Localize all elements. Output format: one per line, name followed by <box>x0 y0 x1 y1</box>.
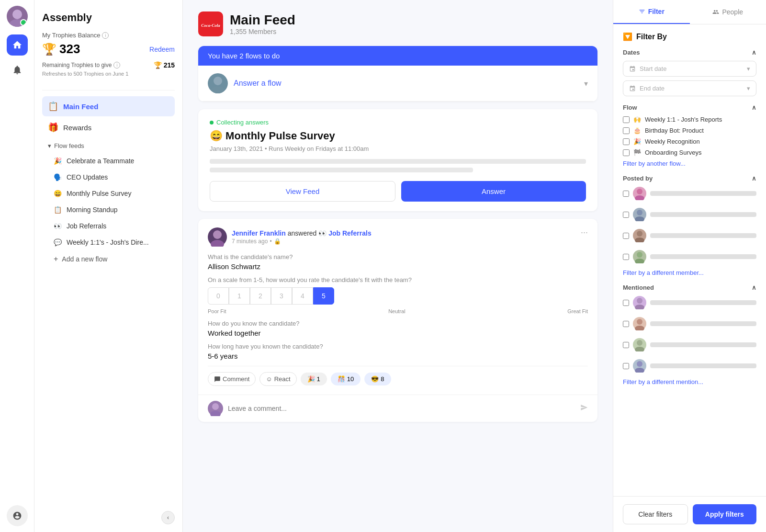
view-feed-button[interactable]: View Feed <box>210 181 395 202</box>
author-name[interactable]: Jennifer Franklin <box>232 229 286 237</box>
remaining-label-text: Remaining Trophies to give <box>42 62 112 68</box>
flow-filter-header[interactable]: Flow ∧ <box>623 104 756 111</box>
flow-option-birthday: 🎂 Birthday Bot: Product <box>623 127 756 134</box>
flow-item-ceo[interactable]: 🗣️ CEO Updates <box>42 170 175 185</box>
posted-by-label: Posted by <box>623 175 653 182</box>
mentioned-avatar-3 <box>633 338 646 351</box>
remaining-trophy-icon: 🏆 <box>154 61 162 69</box>
flow-item-referrals[interactable]: 👀 Job Referrals <box>42 218 175 234</box>
rating-3[interactable]: 3 <box>271 287 292 305</box>
rating-2[interactable]: 2 <box>250 287 271 305</box>
flow-item-celebrate[interactable]: 🎉 Celebrate a Teammate <box>42 153 175 169</box>
tab-filter[interactable]: Filter <box>613 0 690 24</box>
rating-1[interactable]: 1 <box>229 287 250 305</box>
notifications-button[interactable] <box>7 59 28 80</box>
nav-main-feed[interactable]: 📋 Main Feed <box>42 96 175 116</box>
clear-filters-button[interactable]: Clear filters <box>623 504 688 524</box>
answer-4: 5-6 years <box>208 352 588 360</box>
flow-item-pulse[interactable]: 😄 Monthly Pulse Survey <box>42 186 175 201</box>
right-tabs: Filter People <box>613 0 766 24</box>
ceo-icon: 🗣️ <box>54 173 62 181</box>
posted-by-cb-4[interactable] <box>623 254 629 260</box>
rating-4[interactable]: 4 <box>292 287 313 305</box>
reaction-celebration[interactable]: 🎉 1 <box>301 373 327 385</box>
flow-feeds-toggle[interactable]: ▾ Flow feeds <box>42 138 175 153</box>
filter-different-member-link[interactable]: Filter by a different member... <box>623 269 756 276</box>
rating-row: 0 1 2 3 4 5 <box>208 287 588 305</box>
reaction-party[interactable]: 🎊 10 <box>331 373 360 385</box>
flow-filter-group: Flow ∧ 🙌 Weekly 1:1 - Josh's Reports 🎂 B… <box>623 104 756 167</box>
tab-people[interactable]: People <box>690 0 766 24</box>
home-button[interactable] <box>7 34 28 56</box>
svg-point-0 <box>12 10 22 19</box>
svg-point-7 <box>211 240 224 247</box>
flow-item-standup[interactable]: 📋 Morning Standup <box>42 202 175 217</box>
filter-another-flow-link[interactable]: Filter by another flow... <box>623 160 756 167</box>
apply-filters-button[interactable]: Apply filters <box>693 504 757 524</box>
posted-by-cb-1[interactable] <box>623 191 629 197</box>
svg-point-24 <box>637 361 642 367</box>
post-more-button[interactable]: ··· <box>581 227 588 238</box>
posted-by-member-2 <box>623 208 756 221</box>
sidebar-collapse-button[interactable]: ‹ <box>161 511 175 524</box>
reaction-cool[interactable]: 😎 8 <box>364 373 391 385</box>
rating-label-right: Great Fit <box>567 308 588 314</box>
flow-option-onboarding-label: Onboarding Surveys <box>645 149 702 156</box>
sidebar: Assembly My Trophies Balance i 🏆 323 Red… <box>34 0 183 532</box>
send-comment-button[interactable] <box>580 404 588 413</box>
comment-input[interactable] <box>228 405 575 412</box>
rating-label-mid: Neutral <box>388 308 405 314</box>
svg-point-8 <box>212 403 219 410</box>
answer-flow-link[interactable]: Answer a flow <box>234 79 578 88</box>
flow-checkbox-weekly11[interactable] <box>623 116 630 123</box>
answer-button[interactable]: Answer <box>401 181 586 202</box>
mentioned-cb-3[interactable] <box>623 342 629 348</box>
start-date-input[interactable]: Start date ▾ <box>623 61 756 77</box>
dates-filter-group: Dates ∧ Start date ▾ End date ▾ <box>623 49 756 96</box>
comment-button[interactable]: Comment <box>208 372 256 386</box>
rating-0[interactable]: 0 <box>208 287 229 305</box>
posted-by-cb-3[interactable] <box>623 233 629 239</box>
mentioned-cb-1[interactable] <box>623 300 629 306</box>
member-name-bar-4 <box>650 254 756 259</box>
main-header: Coca-Cola Main Feed 1,355 Members <box>198 11 597 36</box>
user-avatar[interactable] <box>7 6 28 27</box>
flow-checkbox-onboarding[interactable] <box>623 149 630 156</box>
redeem-button[interactable]: Redeem <box>149 45 175 53</box>
survey-actions: View Feed Answer <box>210 181 586 202</box>
settings-button[interactable] <box>7 505 28 526</box>
answer-1: Allison Schwartz <box>208 262 588 271</box>
flow-item-weekly[interactable]: 💬 Weekly 1:1's - Josh's Dire... <box>42 235 175 250</box>
mentioned-header[interactable]: Mentioned ∧ <box>623 284 756 291</box>
end-date-input[interactable]: End date ▾ <box>623 80 756 96</box>
nav-rewards[interactable]: 🎁 Rewards <box>42 117 175 137</box>
svg-point-18 <box>637 298 642 304</box>
mentioned-avatar-4 <box>633 359 646 373</box>
flow-checkbox-birthday[interactable] <box>623 127 630 134</box>
flow-option-onboarding: 🏁 Onboarding Surveys <box>623 149 756 156</box>
survey-title: 😄 Monthly Pulse Survey <box>210 130 586 142</box>
filter-different-mention-link[interactable]: Filter by a different mention... <box>623 378 756 385</box>
mentioned-name-bar-1 <box>650 300 756 305</box>
add-flow-button[interactable]: + Add a new flow <box>42 251 175 267</box>
posted-by-header[interactable]: Posted by ∧ <box>623 175 756 182</box>
svg-point-11 <box>635 195 644 200</box>
rating-5[interactable]: 5 <box>313 287 334 305</box>
visibility-icon: 🔒 <box>274 238 281 245</box>
posted-by-cb-2[interactable] <box>623 212 629 218</box>
react-button[interactable]: ☺ React <box>259 372 296 386</box>
nav-main-feed-label: Main Feed <box>63 102 98 111</box>
mentioned-cb-2[interactable] <box>623 321 629 327</box>
filter-tab-label: Filter <box>648 8 665 15</box>
mentioned-cb-4[interactable] <box>623 363 629 369</box>
standup-label: Morning Standup <box>67 206 118 214</box>
flows-todo-card: You have 2 flows to do Answer a flow ▾ <box>198 46 597 102</box>
flow-checkbox-recognition[interactable] <box>623 138 630 145</box>
dates-filter-header[interactable]: Dates ∧ <box>623 49 756 56</box>
refreshes-text: Refreshes to 500 Trophies on June 1 <box>42 71 175 77</box>
flow-option-recognition-label: Weekly Recognition <box>645 138 700 145</box>
posted-by-member-1 <box>623 187 756 200</box>
svg-point-12 <box>637 210 642 215</box>
post-meta: 7 minutes ago • 🔒 <box>232 238 372 245</box>
flow-name-link[interactable]: Job Referrals <box>328 229 371 237</box>
